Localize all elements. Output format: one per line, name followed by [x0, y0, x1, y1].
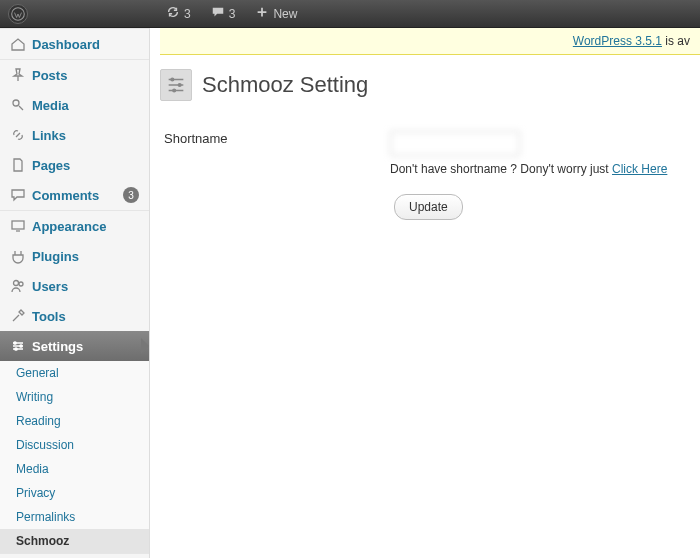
sidebar-item-label: Settings	[32, 339, 139, 354]
collapse-menu-button[interactable]: Collapse menu	[0, 553, 149, 558]
refresh-icon	[166, 5, 180, 22]
sidebar-item-label: Dashboard	[32, 37, 139, 52]
svg-point-1	[13, 100, 19, 106]
submenu-item-general[interactable]: General	[0, 361, 149, 385]
pin-icon	[10, 67, 26, 83]
wordpress-logo-icon[interactable]	[8, 4, 28, 24]
wordpress-update-link[interactable]: WordPress 3.5.1	[573, 34, 662, 48]
sidebar-item-label: Media	[32, 98, 139, 113]
update-notice: WordPress 3.5.1 is av	[160, 28, 700, 55]
submenu-item-media[interactable]: Media	[0, 457, 149, 481]
submenu-item-writing[interactable]: Writing	[0, 385, 149, 409]
sidebar-item-label: Pages	[32, 158, 139, 173]
sidebar-item-label: Users	[32, 279, 139, 294]
home-icon	[10, 36, 26, 52]
sidebar-item-tools[interactable]: Tools	[0, 301, 149, 331]
sidebar-item-label: Links	[32, 128, 139, 143]
shortname-helper: Don't have shortname ? Dony't worry just…	[390, 162, 700, 176]
appearance-icon	[10, 218, 26, 234]
svg-point-5	[14, 342, 16, 344]
comments-button[interactable]: 3	[201, 0, 246, 28]
submenu-item-discussion[interactable]: Discussion	[0, 433, 149, 457]
content-area: WordPress 3.5.1 is av Schmooz Setting Sh…	[150, 28, 700, 558]
submenu-item-privacy[interactable]: Privacy	[0, 481, 149, 505]
notice-suffix: is av	[662, 34, 690, 48]
page-icon	[10, 157, 26, 173]
svg-rect-2	[12, 221, 24, 229]
plus-icon	[255, 5, 269, 22]
sidebar-item-label: Posts	[32, 68, 139, 83]
sidebar-item-label: Comments	[32, 188, 117, 203]
helper-text: Don't have shortname ? Dony't worry just	[390, 162, 612, 176]
settings-icon	[10, 338, 26, 354]
shortname-row: Shortname Don't have shortname ? Dony't …	[160, 131, 700, 176]
svg-point-8	[171, 78, 174, 81]
svg-point-3	[14, 281, 19, 286]
sidebar-item-pages[interactable]: Pages	[0, 150, 149, 180]
svg-point-7	[15, 348, 17, 350]
settings-page-icon	[160, 69, 192, 101]
svg-point-10	[173, 89, 176, 92]
sidebar-item-users[interactable]: Users	[0, 271, 149, 301]
svg-point-4	[19, 282, 23, 286]
comments-count: 3	[229, 7, 236, 21]
plugin-icon	[10, 248, 26, 264]
sidebar-item-plugins[interactable]: Plugins	[0, 241, 149, 271]
refresh-button[interactable]: 3	[156, 0, 201, 28]
sidebar-item-media[interactable]: Media	[0, 90, 149, 120]
sidebar-item-label: Plugins	[32, 249, 139, 264]
comments-badge: 3	[123, 187, 139, 203]
users-icon	[10, 278, 26, 294]
shortname-label: Shortname	[160, 131, 360, 146]
sidebar-item-settings[interactable]: Settings	[0, 331, 149, 361]
new-button[interactable]: New	[245, 0, 307, 28]
update-button[interactable]: Update	[394, 194, 463, 220]
sidebar-item-comments[interactable]: Comments 3	[0, 180, 149, 210]
refresh-count: 3	[184, 7, 191, 21]
link-icon	[10, 127, 26, 143]
submenu-item-reading[interactable]: Reading	[0, 409, 149, 433]
svg-point-6	[20, 345, 22, 347]
sidebar-item-links[interactable]: Links	[0, 120, 149, 150]
page-title: Schmooz Setting	[202, 72, 368, 98]
submenu-item-schmooz[interactable]: Schmooz	[0, 529, 149, 553]
svg-point-9	[178, 84, 181, 87]
sidebar-item-label: Tools	[32, 309, 139, 324]
shortname-input[interactable]	[390, 131, 520, 156]
comment-icon	[10, 187, 26, 203]
comment-icon	[211, 5, 225, 22]
tools-icon	[10, 308, 26, 324]
settings-submenu: General Writing Reading Discussion Media…	[0, 361, 149, 553]
admin-sidebar: Dashboard Posts Media Links Pages Commen…	[0, 28, 150, 558]
click-here-link[interactable]: Click Here	[612, 162, 667, 176]
new-label: New	[273, 7, 297, 21]
admin-bar: 3 3 New	[0, 0, 700, 28]
sidebar-item-posts[interactable]: Posts	[0, 60, 149, 90]
page-header: Schmooz Setting	[160, 55, 700, 111]
sidebar-item-appearance[interactable]: Appearance	[0, 211, 149, 241]
sidebar-item-label: Appearance	[32, 219, 139, 234]
sidebar-item-dashboard[interactable]: Dashboard	[0, 29, 149, 59]
submenu-item-permalinks[interactable]: Permalinks	[0, 505, 149, 529]
media-icon	[10, 97, 26, 113]
